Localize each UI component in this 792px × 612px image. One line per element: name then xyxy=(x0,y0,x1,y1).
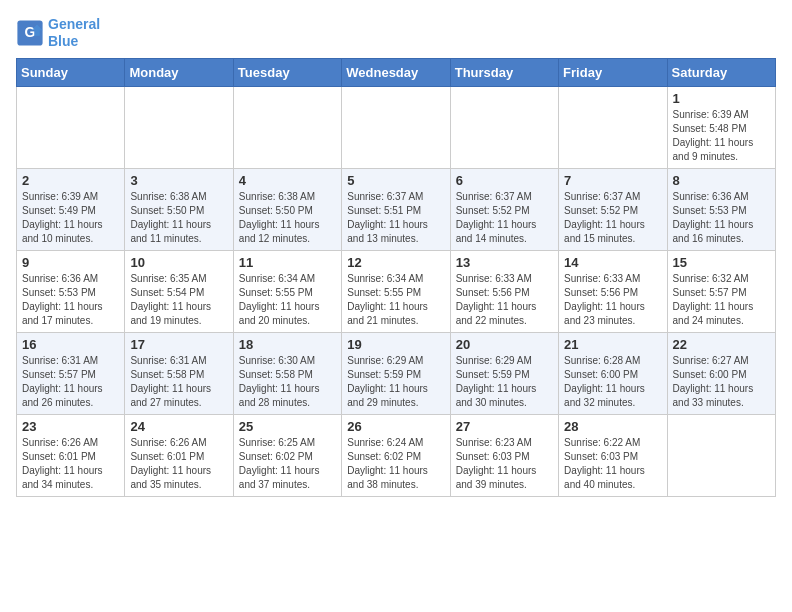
day-info: Sunrise: 6:29 AM Sunset: 5:59 PM Dayligh… xyxy=(347,354,444,410)
calendar-week-row: 23Sunrise: 6:26 AM Sunset: 6:01 PM Dayli… xyxy=(17,414,776,496)
day-info: Sunrise: 6:26 AM Sunset: 6:01 PM Dayligh… xyxy=(22,436,119,492)
calendar-cell: 18Sunrise: 6:30 AM Sunset: 5:58 PM Dayli… xyxy=(233,332,341,414)
calendar-cell xyxy=(233,86,341,168)
calendar-cell: 26Sunrise: 6:24 AM Sunset: 6:02 PM Dayli… xyxy=(342,414,450,496)
day-info: Sunrise: 6:31 AM Sunset: 5:57 PM Dayligh… xyxy=(22,354,119,410)
calendar-cell xyxy=(450,86,558,168)
svg-text:G: G xyxy=(25,24,36,40)
day-number: 18 xyxy=(239,337,336,352)
calendar-cell: 9Sunrise: 6:36 AM Sunset: 5:53 PM Daylig… xyxy=(17,250,125,332)
calendar-cell: 19Sunrise: 6:29 AM Sunset: 5:59 PM Dayli… xyxy=(342,332,450,414)
day-number: 27 xyxy=(456,419,553,434)
calendar-week-row: 16Sunrise: 6:31 AM Sunset: 5:57 PM Dayli… xyxy=(17,332,776,414)
day-info: Sunrise: 6:29 AM Sunset: 5:59 PM Dayligh… xyxy=(456,354,553,410)
header-sunday: Sunday xyxy=(17,58,125,86)
day-info: Sunrise: 6:28 AM Sunset: 6:00 PM Dayligh… xyxy=(564,354,661,410)
page-header: G General Blue xyxy=(16,16,776,50)
calendar-week-row: 1Sunrise: 6:39 AM Sunset: 5:48 PM Daylig… xyxy=(17,86,776,168)
day-info: Sunrise: 6:35 AM Sunset: 5:54 PM Dayligh… xyxy=(130,272,227,328)
day-info: Sunrise: 6:30 AM Sunset: 5:58 PM Dayligh… xyxy=(239,354,336,410)
calendar-cell: 4Sunrise: 6:38 AM Sunset: 5:50 PM Daylig… xyxy=(233,168,341,250)
day-info: Sunrise: 6:39 AM Sunset: 5:48 PM Dayligh… xyxy=(673,108,770,164)
calendar-cell: 22Sunrise: 6:27 AM Sunset: 6:00 PM Dayli… xyxy=(667,332,775,414)
calendar-cell: 1Sunrise: 6:39 AM Sunset: 5:48 PM Daylig… xyxy=(667,86,775,168)
day-number: 24 xyxy=(130,419,227,434)
header-wednesday: Wednesday xyxy=(342,58,450,86)
day-number: 16 xyxy=(22,337,119,352)
day-number: 19 xyxy=(347,337,444,352)
day-info: Sunrise: 6:33 AM Sunset: 5:56 PM Dayligh… xyxy=(456,272,553,328)
calendar-cell: 17Sunrise: 6:31 AM Sunset: 5:58 PM Dayli… xyxy=(125,332,233,414)
calendar-cell: 11Sunrise: 6:34 AM Sunset: 5:55 PM Dayli… xyxy=(233,250,341,332)
calendar-cell xyxy=(559,86,667,168)
day-number: 25 xyxy=(239,419,336,434)
calendar-cell: 27Sunrise: 6:23 AM Sunset: 6:03 PM Dayli… xyxy=(450,414,558,496)
day-number: 1 xyxy=(673,91,770,106)
calendar-table: SundayMondayTuesdayWednesdayThursdayFrid… xyxy=(16,58,776,497)
day-info: Sunrise: 6:34 AM Sunset: 5:55 PM Dayligh… xyxy=(239,272,336,328)
logo-text: General Blue xyxy=(48,16,100,50)
calendar-cell: 13Sunrise: 6:33 AM Sunset: 5:56 PM Dayli… xyxy=(450,250,558,332)
day-info: Sunrise: 6:31 AM Sunset: 5:58 PM Dayligh… xyxy=(130,354,227,410)
day-info: Sunrise: 6:23 AM Sunset: 6:03 PM Dayligh… xyxy=(456,436,553,492)
day-number: 28 xyxy=(564,419,661,434)
logo: G General Blue xyxy=(16,16,100,50)
day-info: Sunrise: 6:24 AM Sunset: 6:02 PM Dayligh… xyxy=(347,436,444,492)
header-thursday: Thursday xyxy=(450,58,558,86)
calendar-cell: 21Sunrise: 6:28 AM Sunset: 6:00 PM Dayli… xyxy=(559,332,667,414)
day-info: Sunrise: 6:39 AM Sunset: 5:49 PM Dayligh… xyxy=(22,190,119,246)
day-number: 17 xyxy=(130,337,227,352)
calendar-week-row: 2Sunrise: 6:39 AM Sunset: 5:49 PM Daylig… xyxy=(17,168,776,250)
calendar-cell xyxy=(342,86,450,168)
day-number: 26 xyxy=(347,419,444,434)
day-info: Sunrise: 6:37 AM Sunset: 5:51 PM Dayligh… xyxy=(347,190,444,246)
day-number: 8 xyxy=(673,173,770,188)
calendar-cell: 3Sunrise: 6:38 AM Sunset: 5:50 PM Daylig… xyxy=(125,168,233,250)
day-number: 10 xyxy=(130,255,227,270)
calendar-cell: 20Sunrise: 6:29 AM Sunset: 5:59 PM Dayli… xyxy=(450,332,558,414)
day-number: 21 xyxy=(564,337,661,352)
calendar-cell: 7Sunrise: 6:37 AM Sunset: 5:52 PM Daylig… xyxy=(559,168,667,250)
header-monday: Monday xyxy=(125,58,233,86)
calendar-cell: 23Sunrise: 6:26 AM Sunset: 6:01 PM Dayli… xyxy=(17,414,125,496)
day-number: 13 xyxy=(456,255,553,270)
day-info: Sunrise: 6:34 AM Sunset: 5:55 PM Dayligh… xyxy=(347,272,444,328)
calendar-cell xyxy=(17,86,125,168)
day-info: Sunrise: 6:25 AM Sunset: 6:02 PM Dayligh… xyxy=(239,436,336,492)
calendar-cell: 15Sunrise: 6:32 AM Sunset: 5:57 PM Dayli… xyxy=(667,250,775,332)
day-number: 9 xyxy=(22,255,119,270)
day-number: 15 xyxy=(673,255,770,270)
calendar-cell: 28Sunrise: 6:22 AM Sunset: 6:03 PM Dayli… xyxy=(559,414,667,496)
header-saturday: Saturday xyxy=(667,58,775,86)
day-number: 12 xyxy=(347,255,444,270)
calendar-cell: 16Sunrise: 6:31 AM Sunset: 5:57 PM Dayli… xyxy=(17,332,125,414)
day-info: Sunrise: 6:37 AM Sunset: 5:52 PM Dayligh… xyxy=(456,190,553,246)
calendar-header-row: SundayMondayTuesdayWednesdayThursdayFrid… xyxy=(17,58,776,86)
day-number: 5 xyxy=(347,173,444,188)
calendar-cell: 25Sunrise: 6:25 AM Sunset: 6:02 PM Dayli… xyxy=(233,414,341,496)
logo-icon: G xyxy=(16,19,44,47)
day-number: 2 xyxy=(22,173,119,188)
day-info: Sunrise: 6:36 AM Sunset: 5:53 PM Dayligh… xyxy=(22,272,119,328)
calendar-cell: 2Sunrise: 6:39 AM Sunset: 5:49 PM Daylig… xyxy=(17,168,125,250)
day-number: 20 xyxy=(456,337,553,352)
calendar-cell: 12Sunrise: 6:34 AM Sunset: 5:55 PM Dayli… xyxy=(342,250,450,332)
calendar-cell: 10Sunrise: 6:35 AM Sunset: 5:54 PM Dayli… xyxy=(125,250,233,332)
day-info: Sunrise: 6:36 AM Sunset: 5:53 PM Dayligh… xyxy=(673,190,770,246)
calendar-cell xyxy=(667,414,775,496)
day-info: Sunrise: 6:33 AM Sunset: 5:56 PM Dayligh… xyxy=(564,272,661,328)
day-number: 11 xyxy=(239,255,336,270)
day-info: Sunrise: 6:38 AM Sunset: 5:50 PM Dayligh… xyxy=(130,190,227,246)
day-number: 14 xyxy=(564,255,661,270)
day-info: Sunrise: 6:26 AM Sunset: 6:01 PM Dayligh… xyxy=(130,436,227,492)
day-info: Sunrise: 6:32 AM Sunset: 5:57 PM Dayligh… xyxy=(673,272,770,328)
day-info: Sunrise: 6:22 AM Sunset: 6:03 PM Dayligh… xyxy=(564,436,661,492)
calendar-cell xyxy=(125,86,233,168)
day-number: 7 xyxy=(564,173,661,188)
calendar-cell: 5Sunrise: 6:37 AM Sunset: 5:51 PM Daylig… xyxy=(342,168,450,250)
day-info: Sunrise: 6:38 AM Sunset: 5:50 PM Dayligh… xyxy=(239,190,336,246)
calendar-cell: 6Sunrise: 6:37 AM Sunset: 5:52 PM Daylig… xyxy=(450,168,558,250)
day-number: 22 xyxy=(673,337,770,352)
header-friday: Friday xyxy=(559,58,667,86)
calendar-cell: 14Sunrise: 6:33 AM Sunset: 5:56 PM Dayli… xyxy=(559,250,667,332)
